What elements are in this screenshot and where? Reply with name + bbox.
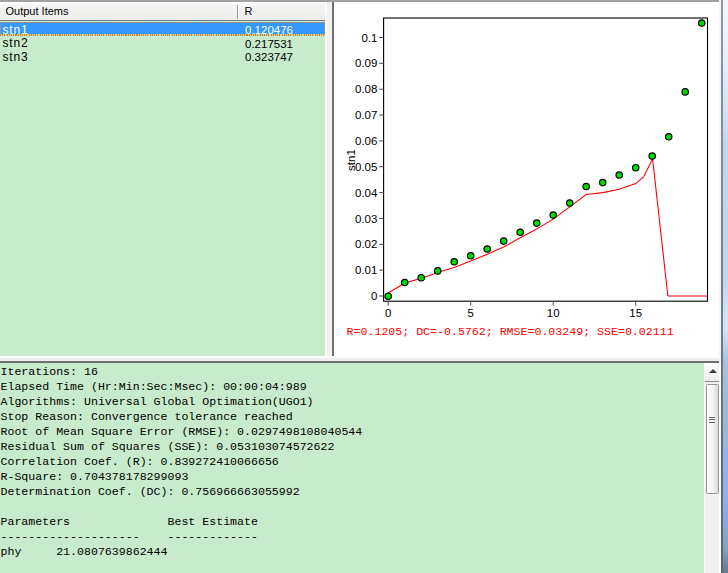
svg-text:0.08: 0.08 — [355, 83, 377, 95]
svg-text:0.04: 0.04 — [355, 187, 378, 199]
svg-text:5: 5 — [467, 307, 473, 319]
svg-text:15: 15 — [629, 307, 642, 319]
svg-text:0.1: 0.1 — [361, 32, 377, 44]
svg-text:0.03: 0.03 — [355, 213, 377, 225]
svg-text:0: 0 — [371, 290, 377, 302]
svg-text:0.05: 0.05 — [355, 161, 377, 173]
svg-text:0.02: 0.02 — [355, 238, 377, 250]
svg-text:0.01: 0.01 — [355, 264, 377, 276]
svg-text:10: 10 — [547, 307, 560, 319]
svg-text:0.06: 0.06 — [355, 135, 377, 147]
svg-text:0.07: 0.07 — [355, 109, 377, 121]
svg-text:R=0.1205; DC=-0.5762; RMSE=0.0: R=0.1205; DC=-0.5762; RMSE=0.03249; SSE=… — [347, 325, 674, 338]
svg-text:0: 0 — [385, 307, 391, 319]
svg-text:0.09: 0.09 — [355, 57, 377, 69]
svg-text:stn1: stn1 — [345, 149, 357, 171]
